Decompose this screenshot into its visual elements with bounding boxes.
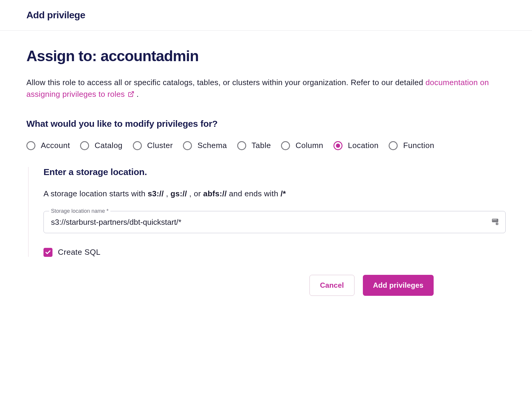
suffix-pattern: /* bbox=[280, 189, 286, 198]
proto-abfs: abfs:// bbox=[203, 189, 227, 198]
radio-circle-icon bbox=[389, 141, 398, 150]
radio-table[interactable]: Table bbox=[237, 141, 271, 150]
svg-rect-2 bbox=[493, 219, 493, 220]
radio-circle-icon bbox=[80, 141, 89, 150]
svg-rect-3 bbox=[494, 219, 494, 220]
radio-label: Column bbox=[295, 141, 323, 150]
page-header: Add privilege bbox=[0, 0, 532, 31]
storage-location-field[interactable]: Storage location name * 3 bbox=[43, 211, 506, 233]
radio-label: Cluster bbox=[147, 141, 173, 150]
radio-label: Location bbox=[348, 141, 378, 150]
cancel-button[interactable]: Cancel bbox=[309, 275, 354, 296]
radio-account[interactable]: Account bbox=[26, 141, 70, 150]
page-content: Assign to: accountadmin Allow this role … bbox=[0, 31, 532, 308]
radio-label: Account bbox=[41, 141, 70, 150]
svg-rect-4 bbox=[495, 219, 495, 220]
radio-cluster[interactable]: Cluster bbox=[133, 141, 173, 150]
storage-suffix-icon: 3 bbox=[491, 217, 499, 227]
page-title: Add privilege bbox=[26, 10, 506, 21]
svg-text:3: 3 bbox=[496, 223, 498, 225]
external-link-icon bbox=[128, 89, 134, 101]
check-icon bbox=[45, 249, 51, 255]
privilege-target-radio-group: AccountCatalogClusterSchemaTableColumnLo… bbox=[26, 141, 506, 150]
storage-location-description: A storage location starts with s3:// , g… bbox=[43, 189, 506, 198]
radio-circle-icon bbox=[281, 141, 290, 150]
create-sql-checkbox[interactable]: Create SQL bbox=[43, 248, 506, 257]
radio-catalog[interactable]: Catalog bbox=[80, 141, 122, 150]
radio-label: Table bbox=[252, 141, 271, 150]
footer-buttons: Cancel Add privileges bbox=[26, 275, 506, 296]
svg-line-0 bbox=[130, 92, 133, 95]
assign-to-title: Assign to: accountadmin bbox=[26, 47, 506, 65]
radio-label: Catalog bbox=[94, 141, 122, 150]
radio-schema[interactable]: Schema bbox=[183, 141, 227, 150]
create-sql-label: Create SQL bbox=[58, 248, 100, 257]
radio-circle-icon bbox=[333, 141, 342, 150]
radio-circle-icon bbox=[133, 141, 142, 150]
description-prefix: Allow this role to access all or specifi… bbox=[26, 78, 426, 87]
radio-column[interactable]: Column bbox=[281, 141, 323, 150]
radio-location[interactable]: Location bbox=[333, 141, 378, 150]
add-privileges-button[interactable]: Add privileges bbox=[363, 275, 434, 296]
svg-rect-5 bbox=[496, 219, 496, 220]
radio-label: Schema bbox=[197, 141, 227, 150]
storage-location-input[interactable] bbox=[44, 211, 505, 233]
storage-location-title: Enter a storage location. bbox=[43, 167, 506, 177]
modify-privileges-question: What would you like to modify privileges… bbox=[26, 119, 506, 129]
radio-circle-icon bbox=[237, 141, 246, 150]
checkbox-box bbox=[43, 248, 52, 257]
description-text: Allow this role to access all or specifi… bbox=[26, 77, 506, 101]
radio-circle-icon bbox=[26, 141, 35, 150]
proto-gs: gs:// bbox=[171, 189, 187, 198]
proto-s3: s3:// bbox=[148, 189, 164, 198]
radio-function[interactable]: Function bbox=[389, 141, 434, 150]
add-privilege-page: Add privilege Assign to: accountadmin Al… bbox=[0, 0, 532, 410]
radio-label: Function bbox=[403, 141, 434, 150]
svg-rect-1 bbox=[492, 219, 498, 222]
description-suffix: . bbox=[136, 90, 139, 99]
radio-circle-icon bbox=[183, 141, 192, 150]
storage-location-section: Enter a storage location. A storage loca… bbox=[28, 167, 506, 257]
storage-location-legend: Storage location name * bbox=[49, 208, 110, 214]
